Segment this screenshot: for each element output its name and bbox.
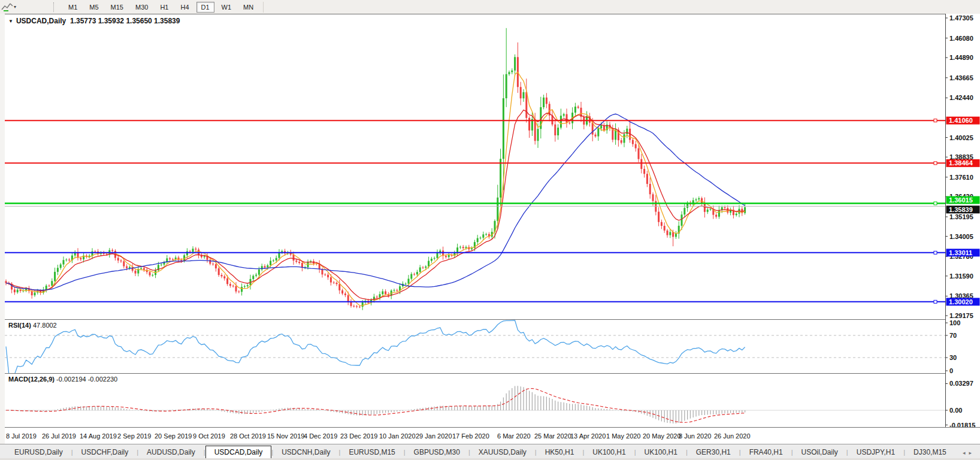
svg-text:1.44890: 1.44890 bbox=[949, 54, 973, 61]
toolbar-grip-handle[interactable] bbox=[53, 2, 56, 12]
chart-objects-icon[interactable] bbox=[1, 2, 13, 12]
main-price-panel: 1.473051.460801.448901.436651.424401.400… bbox=[5, 14, 980, 319]
date-label: 10 Jan 2020 bbox=[379, 432, 416, 440]
rsi-value: 47.8002 bbox=[33, 322, 57, 329]
macd-chart-canvas[interactable]: 0.032970.00-0.01815 bbox=[5, 373, 980, 427]
date-label: 8 Jun 2020 bbox=[679, 432, 711, 440]
svg-text:30: 30 bbox=[949, 354, 957, 361]
chart-tab-hk50-h1[interactable]: HK50,H1 bbox=[537, 446, 583, 459]
date-label: 20 May 2020 bbox=[643, 432, 681, 440]
svg-text:1.31590: 1.31590 bbox=[949, 273, 973, 280]
macd-label: MACD(12,26,9) -0.002194 -0.002230 bbox=[8, 376, 117, 383]
date-label: 20 Sep 2019 bbox=[155, 432, 192, 440]
chart-title: ▼USDCAD,Daily 1.35773 1.35932 1.35650 1.… bbox=[8, 17, 180, 25]
time-axis[interactable]: 8 Jul 201926 Jul 201914 Aug 20192 Sep 20… bbox=[5, 427, 980, 444]
toolbar-separator bbox=[263, 2, 264, 13]
svg-text:1.38464: 1.38464 bbox=[949, 159, 973, 167]
chart-tab-xauusd-daily[interactable]: XAUUSD,Daily bbox=[470, 446, 535, 459]
timeframe-toolbar: ▾ M1M5M15M30H1H4D1W1MN bbox=[0, 0, 980, 14]
macd-indicator-panel: 0.032970.00-0.01815 MACD(12,26,9) -0.002… bbox=[5, 373, 980, 427]
svg-text:1.37610: 1.37610 bbox=[949, 174, 973, 181]
timeframe-button-h4[interactable]: H4 bbox=[176, 2, 193, 13]
rsi-chart-canvas[interactable]: 10070300 bbox=[5, 319, 980, 373]
svg-text:1.33011: 1.33011 bbox=[949, 249, 972, 256]
chart-tab-usdcnh-daily[interactable]: USDCNH,Daily bbox=[273, 446, 338, 459]
date-label: 4 Dec 2019 bbox=[304, 432, 337, 440]
chart-tab-dj30-m15[interactable]: DJ30,M15 bbox=[905, 446, 955, 459]
chart-tab-usdjpy-h1[interactable]: USDJPY,H1 bbox=[848, 446, 903, 459]
svg-text:100: 100 bbox=[949, 319, 960, 326]
chart-tab-gbpusd-m30[interactable]: GBPUSD,M30 bbox=[406, 446, 468, 459]
timeframe-button-mn[interactable]: MN bbox=[238, 2, 258, 13]
rsi-indicator-panel: 10070300 RSI(14) 47.8002 bbox=[5, 319, 980, 373]
svg-text:1.42440: 1.42440 bbox=[949, 94, 973, 101]
tab-scroll-right-icon[interactable]: ▸ bbox=[969, 450, 975, 456]
timeframe-buttons: M1M5M15M30H1H4D1W1MN bbox=[62, 1, 259, 13]
svg-text:0: 0 bbox=[949, 367, 953, 373]
date-label: 15 Nov 2019 bbox=[267, 432, 304, 440]
svg-text:-0.01815: -0.01815 bbox=[949, 422, 975, 427]
chart-tab-eurusd-m15[interactable]: EURUSD,M15 bbox=[340, 446, 403, 459]
chart-tab-usdchf-daily[interactable]: USDCHF,Daily bbox=[73, 446, 137, 459]
date-label: 26 Jun 2020 bbox=[714, 432, 751, 440]
svg-text:1.41060: 1.41060 bbox=[949, 117, 973, 124]
tab-scroll-left-icon[interactable]: ◂ bbox=[963, 450, 969, 456]
svg-text:1.40025: 1.40025 bbox=[949, 134, 973, 141]
date-label: 2 Sep 2019 bbox=[117, 432, 151, 440]
svg-text:70: 70 bbox=[949, 332, 957, 339]
macd-values: -0.002194 -0.002230 bbox=[56, 376, 117, 383]
svg-text:1.35195: 1.35195 bbox=[949, 213, 973, 220]
svg-text:1.29175: 1.29175 bbox=[949, 312, 973, 319]
chart-tab-uk100-h1[interactable]: UK100,H1 bbox=[636, 446, 686, 459]
date-label: 6 Mar 2020 bbox=[497, 432, 531, 440]
timeframe-button-m30[interactable]: M30 bbox=[131, 2, 153, 13]
date-label: 8 Jul 2019 bbox=[6, 432, 37, 440]
chart-symbol-label: USDCAD,Daily bbox=[16, 17, 66, 25]
svg-text:1.35839: 1.35839 bbox=[949, 206, 973, 213]
date-label: 9 Oct 2019 bbox=[193, 432, 225, 440]
timeframe-button-h1[interactable]: H1 bbox=[155, 2, 173, 13]
macd-name: MACD(12,26,9) bbox=[8, 376, 55, 383]
date-label: 1 May 2020 bbox=[606, 432, 640, 440]
date-label: 26 Jul 2019 bbox=[42, 432, 76, 440]
date-label: 17 Feb 2020 bbox=[452, 432, 489, 440]
svg-text:1.47305: 1.47305 bbox=[949, 14, 973, 22]
timeframe-button-m15[interactable]: M15 bbox=[106, 2, 128, 13]
svg-text:1.43665: 1.43665 bbox=[949, 74, 973, 81]
date-label: 28 Oct 2019 bbox=[230, 432, 266, 440]
svg-text:1.30020: 1.30020 bbox=[949, 298, 973, 305]
timeframe-button-d1[interactable]: D1 bbox=[196, 2, 214, 13]
tab-scroll-arrows: ◂▸ bbox=[963, 450, 975, 456]
chart-ohlc-values: 1.35773 1.35932 1.35650 1.35839 bbox=[70, 17, 180, 25]
chart-tab-audusd-daily[interactable]: AUDUSD,Daily bbox=[138, 446, 204, 459]
chart-tab-usoil-daily[interactable]: USOil,Daily bbox=[793, 446, 846, 459]
chevron-down-icon[interactable]: ▾ bbox=[14, 4, 16, 10]
chart-tab-ger30-h1[interactable]: GER30,H1 bbox=[688, 446, 739, 459]
date-label: 14 Aug 2019 bbox=[80, 432, 117, 440]
svg-text:0.03297: 0.03297 bbox=[949, 380, 973, 387]
svg-text:1.46080: 1.46080 bbox=[949, 35, 973, 42]
chart-tab-eurusd-daily[interactable]: EURUSD,Daily bbox=[6, 446, 71, 459]
rsi-name: RSI(14) bbox=[8, 322, 31, 329]
svg-text:1.36015: 1.36015 bbox=[949, 196, 973, 204]
trading-platform-window: ▾ M1M5M15M30H1H4D1W1MN 1.473051.460801.4… bbox=[0, 0, 980, 460]
timeframe-button-m1[interactable]: M1 bbox=[63, 2, 82, 13]
date-label: 13 Apr 2020 bbox=[570, 432, 606, 440]
chart-tab-fra40-h1[interactable]: FRA40,H1 bbox=[741, 446, 791, 459]
timeframe-button-m5[interactable]: M5 bbox=[84, 2, 103, 13]
date-label: 25 Mar 2020 bbox=[534, 432, 571, 440]
date-label: 23 Dec 2019 bbox=[340, 432, 377, 440]
chart-tabs: EURUSD,Daily|USDCHF,Daily|AUDUSD,Daily|U… bbox=[6, 446, 955, 459]
svg-text:0.00: 0.00 bbox=[949, 407, 962, 414]
rsi-label: RSI(14) 47.8002 bbox=[8, 322, 57, 329]
timeframe-button-w1[interactable]: W1 bbox=[217, 2, 237, 13]
chart-tab-usdcad-daily[interactable]: USDCAD,Daily bbox=[205, 446, 272, 459]
chart-tab-uk100-h1[interactable]: UK100,H1 bbox=[584, 446, 634, 459]
main-chart-canvas[interactable]: 1.473051.460801.448901.436651.424401.400… bbox=[5, 14, 980, 319]
date-label: 29 Jan 2020 bbox=[416, 432, 452, 440]
svg-text:1.34005: 1.34005 bbox=[949, 233, 973, 240]
chart-tab-bar: EURUSD,Daily|USDCHF,Daily|AUDUSD,Daily|U… bbox=[0, 444, 980, 459]
window-menu-icon[interactable]: ▼ bbox=[8, 19, 13, 24]
